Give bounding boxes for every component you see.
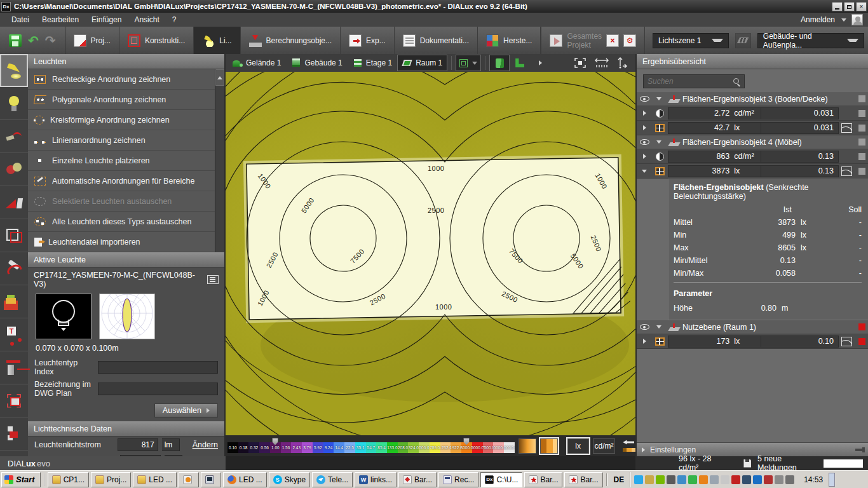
taskbar-button[interactable]: W links...: [355, 472, 397, 487]
zoom-fit-icon[interactable]: [574, 58, 586, 68]
tray-icon[interactable]: [710, 475, 719, 484]
unit-cdm2-button[interactable]: cd/m²: [593, 438, 616, 454]
undo-icon[interactable]: ↶: [28, 34, 39, 47]
result-group-row[interactable]: Nutzebene (Raum 1): [637, 320, 868, 334]
unit-lx-button[interactable]: lx: [567, 438, 589, 454]
status-square[interactable]: [858, 95, 865, 102]
result-value-row[interactable]: 173lx 0.10: [637, 334, 868, 349]
mode-tab[interactable]: Herste...: [478, 27, 541, 54]
toolstrip-button[interactable]: [0, 351, 28, 384]
tray-icon[interactable]: [775, 475, 783, 484]
toolstrip-button[interactable]: [0, 219, 28, 252]
tray-icon[interactable]: [656, 475, 665, 484]
taskbar-button[interactable]: LED ...: [223, 472, 267, 487]
status-square[interactable]: [858, 139, 865, 146]
save-icon[interactable]: [9, 34, 22, 47]
language-indicator[interactable]: DE: [610, 473, 628, 486]
more-views-button[interactable]: [531, 55, 550, 71]
redo-icon[interactable]: ↷: [45, 34, 56, 47]
planning-mode-dropdown[interactable]: Gebäude- und Außenpla...: [757, 33, 864, 48]
change-link[interactable]: Ändern: [193, 440, 218, 449]
gear-icon[interactable]: ⚙: [623, 34, 636, 47]
view-3d-button[interactable]: [490, 55, 509, 71]
isoline-display-icon[interactable]: [841, 123, 852, 133]
search-input[interactable]: [648, 77, 733, 86]
avatar[interactable]: [851, 14, 863, 25]
copy-icon[interactable]: [207, 275, 219, 284]
toolstrip-button[interactable]: [0, 384, 28, 417]
luminaire-tool-item[interactable]: Leuchtendatei importieren: [28, 232, 224, 252]
taskbar-button[interactable]: Bar...: [398, 472, 437, 487]
settings-bar[interactable]: Einstellungen: [637, 442, 868, 456]
taskbar-button[interactable]: Rec...: [438, 472, 478, 487]
taskbar-button[interactable]: Bar...: [564, 472, 602, 487]
luminaire-tool-item[interactable]: Selektierte Leuchten austauschen: [28, 191, 224, 212]
taskbar-button[interactable]: Bar...: [524, 472, 562, 487]
tools-scrollbar[interactable]: [215, 69, 224, 252]
calculate-project-button[interactable]: Gesamtes Projekt × ⚙: [541, 27, 645, 54]
status-square[interactable]: [858, 338, 865, 345]
mode-tab[interactable]: Dokumentati...: [395, 27, 478, 54]
restore-button[interactable]: [844, 2, 855, 11]
save-status-icon[interactable]: [743, 459, 751, 468]
taskbar-button[interactable]: Dx C:\U...: [480, 472, 522, 487]
taskbar-button[interactable]: CP1...: [48, 472, 89, 487]
result-group-row[interactable]: Flächen-Ergebnisobjekt 4 (Möbel): [637, 135, 868, 149]
tray-icon[interactable]: [677, 475, 686, 484]
menu-bearbeiten[interactable]: Bearbeiten: [36, 15, 85, 24]
chevron-right-icon[interactable]: [643, 125, 646, 130]
chevron-down-icon[interactable]: [642, 170, 647, 173]
type-index-input[interactable]: [98, 361, 218, 374]
isoline-display-icon[interactable]: [841, 166, 852, 176]
luminaire-tool-item[interactable]: Kreisförmige Anordnung zeichnen: [28, 110, 224, 130]
scroll-up-button[interactable]: [215, 69, 224, 86]
luminaire-tool-item[interactable]: Linienanordnung zeichnen: [28, 130, 224, 151]
show-desktop-button[interactable]: [829, 473, 835, 487]
height-measure-icon[interactable]: [618, 57, 628, 69]
result-value-row[interactable]: 42.7lx 0.031: [637, 121, 868, 135]
minimize-button[interactable]: [832, 2, 843, 11]
toolstrip-button[interactable]: [0, 186, 28, 219]
tray-icon[interactable]: [634, 475, 643, 484]
start-button[interactable]: Start: [1, 472, 41, 487]
tray-icon[interactable]: [645, 475, 654, 484]
tray-icon[interactable]: [753, 475, 762, 484]
taskbar-button[interactable]: Tele...: [312, 472, 353, 487]
chevron-right-icon[interactable]: [643, 154, 646, 159]
chevron-down-icon[interactable]: [656, 140, 661, 144]
menu-ansicht[interactable]: Ansicht: [128, 15, 165, 24]
eye-icon[interactable]: [640, 139, 649, 145]
dwg-name-input[interactable]: [98, 383, 218, 395]
menu-help[interactable]: ?: [166, 15, 183, 24]
result-value-row[interactable]: 2.72cd/m² 0.031: [637, 106, 868, 121]
status-square[interactable]: [858, 153, 865, 160]
luminaire-tool-item[interactable]: Automatische Anordnungen für Bereiche: [28, 171, 224, 191]
search-box[interactable]: [643, 74, 745, 88]
tray-icon[interactable]: [688, 475, 697, 484]
mode-tab[interactable]: Li...: [194, 27, 240, 54]
measure-icon[interactable]: [595, 58, 609, 68]
tray-icon[interactable]: [699, 475, 708, 484]
luminous-flux-value[interactable]: 817: [118, 438, 158, 451]
eye-icon[interactable]: [640, 324, 649, 330]
mode-tab[interactable]: Proj...: [65, 27, 119, 54]
eye-icon[interactable]: [640, 96, 649, 102]
mode-tab[interactable]: Konstrukti...: [119, 27, 194, 54]
result-group-row[interactable]: Flächen-Ergebnisobjekt 3 (Boden/Decke): [637, 92, 868, 106]
mode-tab[interactable]: Exp...: [341, 27, 395, 54]
tray-icon[interactable]: [742, 475, 751, 484]
toolstrip-button[interactable]: [0, 54, 28, 87]
view-plan-button[interactable]: [510, 55, 529, 71]
luminaire-photo[interactable]: [36, 294, 92, 339]
tray-icon[interactable]: [764, 475, 773, 484]
toolstrip-button[interactable]: [0, 285, 28, 318]
result-value-row-expanded[interactable]: 3873lx 0.13: [637, 164, 868, 179]
cad-canvas[interactable]: 1000 2500 1000 5000 7500 2500 2500 1000: [226, 72, 635, 435]
mode-tab[interactable]: Berechnungsobje...: [241, 27, 341, 54]
chevron-down-icon[interactable]: [656, 97, 661, 100]
cancel-calculation-icon[interactable]: ×: [606, 34, 619, 47]
false-color-scale[interactable]: 0.10 0.18 0.32 0.56 1.00 1.56 2.43: [227, 442, 515, 453]
toolstrip-button[interactable]: [0, 120, 28, 153]
toolstrip-button[interactable]: [0, 417, 28, 451]
tray-icon[interactable]: [721, 475, 729, 484]
